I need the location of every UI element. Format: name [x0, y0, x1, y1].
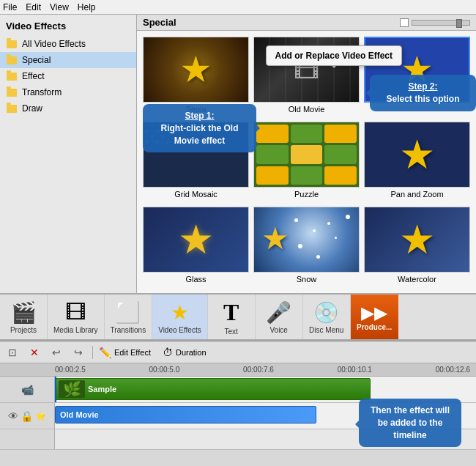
add-replace-popup[interactable]: Add or Replace Video Effect	[266, 45, 402, 66]
voice-icon: 🎤	[266, 300, 291, 325]
disc-menu-label: Disc Menu	[309, 326, 343, 334]
toolbar-transitions[interactable]: ⬜ Transitions	[105, 295, 153, 339]
folder-icon	[6, 86, 18, 98]
thumb-label-puzzle: Puzzle	[294, 190, 319, 199]
toolbar-projects[interactable]: 🎬 Projects	[0, 295, 48, 339]
resize-slider[interactable]	[412, 20, 470, 26]
ruler-mark-2: 00:00:7.6	[243, 366, 274, 374]
duration-icon: ⏱	[163, 347, 173, 358]
toolbar-media-library[interactable]: 🎞 Media Library	[48, 295, 105, 339]
toolbar-video-effects[interactable]: ★ Video Effects	[152, 295, 208, 339]
timeline-tracks: Then the effect will be added to the tim…	[0, 377, 476, 450]
edit-effect-label: Edit Effect	[114, 348, 151, 357]
step1-text: Right-click the Old Movie effect	[160, 123, 238, 146]
sidebar-item-effect[interactable]: Effect	[0, 68, 136, 84]
snow-dot	[294, 218, 298, 222]
projects-icon: 🎬	[11, 300, 37, 325]
thumb-label-watercolor: Watercolor	[398, 275, 436, 284]
effect-clip-oldmovie[interactable]: Old Movie	[55, 406, 316, 424]
star-icon: ★	[261, 221, 289, 256]
toolbar-voice[interactable]: 🎤 Voice	[256, 295, 303, 339]
thumbnail-watercolor[interactable]: ★ Watercolor	[364, 207, 470, 287]
tooltip-step1: Step 1: Right-click the Old Movie effect	[143, 104, 256, 152]
ruler-mark-4: 00:00:12.6	[436, 366, 470, 374]
ruler-mark-0: 00:00:2.5	[55, 366, 86, 374]
snow-dot	[335, 237, 337, 239]
media-library-icon: 🎞	[65, 300, 86, 325]
produce-icon: ▶▶	[361, 303, 387, 323]
thumbnail-glass[interactable]: ★ Glass	[143, 207, 249, 287]
duration-label: Duration	[176, 348, 207, 357]
menu-view[interactable]: View	[50, 2, 69, 12]
lock-icon[interactable]: 🔒	[21, 410, 33, 422]
separator	[92, 346, 93, 359]
edit-effect-icon: ✏️	[99, 347, 111, 358]
thumbnail-snow[interactable]: ★ Snow	[253, 207, 360, 287]
eye-icon[interactable]: 👁	[8, 410, 18, 422]
disc-menu-icon: 💿	[313, 300, 339, 325]
transitions-label: Transitions	[111, 326, 146, 334]
duration-section[interactable]: ⏱ Duration	[163, 347, 207, 358]
folder-icon	[6, 54, 18, 66]
tooltip-step2: Step 2: Select this option	[370, 75, 476, 111]
track-effect-controls: 👁 🔒 ⭐	[0, 403, 55, 429]
snow-dot	[346, 215, 350, 219]
timeline-area: ⊡ ✕ ↩ ↪ ✏️ Edit Effect ⏱ Duration 00:00:…	[0, 341, 476, 466]
video-effects-label: Video Effects	[158, 326, 201, 334]
thumbnail-puzzle[interactable]: Puzzle	[253, 122, 360, 202]
ruler-mark-1: 00:00:5.0	[149, 366, 180, 374]
snow-dot	[316, 255, 320, 259]
thumbnails-grid: Add or Replace Video Effect Step 1: Righ…	[137, 31, 476, 293]
star-icon: ★	[178, 216, 214, 263]
thumb-label-mosaic: Grid Mosaic	[174, 190, 217, 199]
menu-edit[interactable]: Edit	[26, 2, 41, 12]
timeline-redo-btn[interactable]: ↪	[70, 344, 86, 360]
timeline-undo-btn[interactable]: ↩	[48, 344, 64, 360]
toolbar-disc-menu[interactable]: 💿 Disc Menu	[303, 295, 351, 339]
snow-dot	[327, 222, 330, 225]
thumb-label-panzoom: Pan and Zoom	[390, 190, 443, 199]
sidebar-item-transform[interactable]: Transform	[0, 84, 136, 100]
thumbnail-panzoom[interactable]: ★ Pan and Zoom	[364, 122, 470, 202]
ruler-marks: 00:00:2.5 00:00:5.0 00:00:7.6 00:00:10.1…	[55, 366, 476, 374]
toolbar-produce[interactable]: ▶▶ Produce...	[351, 295, 398, 339]
star-icon: ★	[399, 216, 435, 263]
video-clip-sample[interactable]: 🌿 Sample	[55, 378, 371, 400]
transitions-icon: ⬜	[115, 300, 141, 325]
media-library-label: Media Library	[53, 326, 98, 334]
resize-box[interactable]	[400, 18, 409, 27]
playhead-marker	[55, 377, 56, 402]
step2-text: Select this option	[386, 94, 459, 104]
slider-thumb	[456, 19, 462, 28]
timeline-select-btn[interactable]: ⊡	[4, 344, 21, 360]
track-empty-controls	[0, 429, 55, 449]
timeline-delete-btn[interactable]: ✕	[26, 344, 42, 360]
sidebar-item-draw[interactable]: Draw	[0, 100, 136, 116]
snow-dot	[298, 244, 302, 248]
clip-thumbnail: 🌿	[59, 380, 85, 398]
folder-icon	[6, 70, 18, 82]
sidebar-item-all-video-effects[interactable]: All Video Effects	[0, 36, 136, 52]
sidebar-item-special[interactable]: Special	[0, 52, 136, 68]
track-video-icon: 📹	[21, 384, 34, 396]
thumb-label-snow: Snow	[297, 275, 317, 284]
step1-title: Step 1:	[185, 111, 214, 121]
toolbar: 🎬 Projects 🎞 Media Library ⬜ Transitions…	[0, 293, 476, 341]
folder-icon	[6, 103, 18, 114]
content-header: Special	[137, 15, 476, 31]
clip-effect-label: Old Movie	[60, 410, 99, 419]
voice-label: Voice	[269, 326, 287, 334]
edit-effect-section[interactable]: ✏️ Edit Effect	[99, 347, 151, 358]
menu-help[interactable]: Help	[78, 2, 96, 12]
toolbar-text[interactable]: T Text	[208, 295, 256, 339]
ruler-mark-3: 00:00:10.1	[338, 366, 372, 374]
star-icon: ★	[179, 48, 212, 91]
timeline-tooltip: Then the effect will be added to the tim…	[359, 399, 461, 447]
folder-icon	[6, 38, 18, 50]
produce-label: Produce...	[357, 323, 392, 331]
step2-title: Step 2:	[408, 81, 437, 92]
star-icon: ★	[399, 131, 435, 178]
video-effects-icon: ★	[171, 300, 189, 325]
menu-file[interactable]: File	[3, 2, 17, 12]
projects-label: Projects	[10, 326, 37, 334]
